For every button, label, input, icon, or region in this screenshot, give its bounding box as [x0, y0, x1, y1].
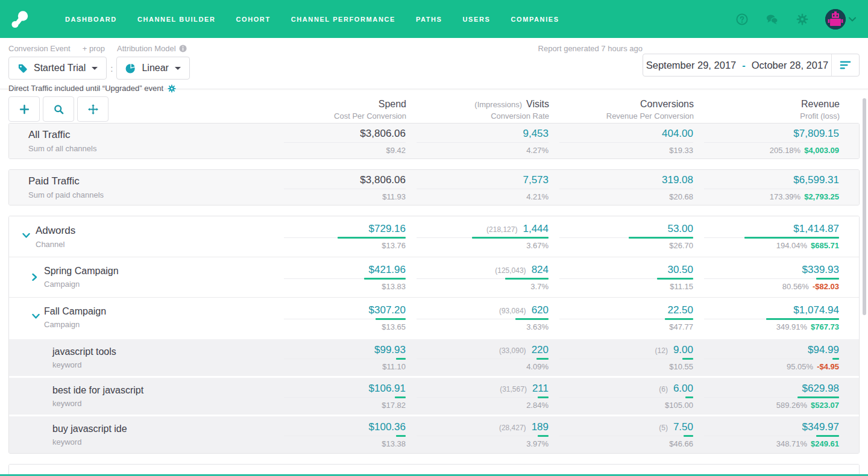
metric-value[interactable]: $99.93 [374, 344, 406, 356]
nav-item-cohort[interactable]: COHORT [236, 16, 270, 23]
add-button[interactable] [8, 96, 40, 122]
metric-value[interactable]: 7.50 [673, 421, 693, 433]
metric-value[interactable]: $94.99 [808, 344, 839, 356]
metric-value[interactable]: 211 [532, 383, 549, 395]
metric-value[interactable]: 404.00 [662, 128, 693, 140]
metric-pre-value: (33,090) [499, 346, 526, 355]
nav-item-companies[interactable]: COMPANIES [511, 16, 559, 23]
metric-value[interactable]: 1,444 [523, 223, 549, 235]
date-options-button[interactable] [831, 54, 859, 76]
nav-item-users[interactable]: USERS [463, 16, 491, 23]
table-row[interactable]: Paid TrafficSum of paid channels$3,806.0… [9, 170, 859, 205]
metric-bar [629, 237, 693, 239]
header-spend[interactable]: Spend Cost Per Conversion [274, 96, 406, 121]
metric-value[interactable]: 30.50 [667, 264, 693, 276]
metric-cell: 30.50$11.15 [549, 264, 693, 291]
nav-item-dashboard[interactable]: DASHBOARD [65, 16, 117, 23]
help-icon[interactable] [736, 13, 748, 25]
metric-bar-track [284, 435, 406, 437]
metric-bar-track [284, 237, 406, 239]
chevron-down-icon[interactable] [32, 314, 40, 322]
chevron-down-icon [849, 16, 856, 23]
metric-bar [665, 318, 693, 320]
table-row[interactable]: AdwordsChannel$729.16$13.76(218,127)1,44… [9, 216, 859, 257]
header-conversions[interactable]: Conversions Revenue Per Conversion [549, 96, 694, 121]
chat-icon[interactable] [766, 13, 778, 25]
metric-value[interactable]: $1,414.87 [793, 223, 839, 235]
avatar[interactable] [825, 9, 846, 30]
metric-sub-line: 205.18%$4,003.09 [704, 146, 839, 155]
metric-main-line: $339.93 [704, 264, 839, 276]
metric-value[interactable]: $729.16 [369, 223, 406, 235]
table-row[interactable]: Spring CampaignCampaign$421.96$13.83(125… [9, 257, 859, 297]
metric-value[interactable]: $629.98 [802, 383, 839, 395]
metric-value[interactable]: 220 [532, 344, 549, 356]
chevron-down-icon[interactable] [22, 233, 30, 240]
scrollbar-thumb[interactable] [863, 98, 866, 315]
metric-value[interactable]: 53.00 [667, 223, 693, 235]
gear-icon[interactable] [796, 13, 808, 25]
metric-bar [505, 278, 549, 280]
nav-item-channel-builder[interactable]: CHANNEL BUILDER [137, 16, 216, 23]
nav-item-paths[interactable]: PATHS [416, 16, 442, 23]
table-row[interactable]: best ide for javascriptkeyword$106.91$17… [9, 376, 859, 415]
metric-value[interactable]: 824 [532, 264, 549, 276]
metric-value[interactable]: $421.96 [369, 264, 406, 276]
metric-bar [744, 237, 839, 239]
date-start[interactable]: September 29, 2017 [646, 60, 737, 71]
table-row[interactable]: buy javascript idekeyword$100.36$13.38(2… [9, 415, 859, 453]
metric-value[interactable]: $106.91 [369, 383, 406, 395]
header-revenue[interactable]: Revenue Profit (loss) [694, 96, 840, 121]
metric-value[interactable]: $6,599.31 [793, 174, 839, 186]
chevron-right-icon[interactable] [32, 274, 40, 281]
add-prop-link[interactable]: + prop [83, 44, 105, 53]
conversion-event-dropdown[interactable]: Started Trial [8, 57, 107, 80]
metric-value[interactable]: 9,453 [523, 128, 549, 140]
metric-value[interactable]: 319.08 [662, 174, 693, 186]
metric-value[interactable]: 7,573 [523, 174, 549, 186]
date-end[interactable]: October 28, 2017 [752, 60, 829, 71]
metric-bar [682, 358, 693, 360]
metric-sub-value: $10.55 [669, 362, 693, 371]
metric-value[interactable]: $1,074.94 [793, 304, 839, 316]
metric-main-line: (12)9.00 [559, 344, 693, 356]
metric-value[interactable]: $100.36 [369, 421, 406, 433]
metric-value[interactable]: $7,809.15 [793, 128, 839, 140]
metric-cell: $3,806.06$9.42 [273, 128, 406, 155]
user-menu[interactable] [825, 9, 856, 30]
table-row[interactable]: All TrafficSum of all channels$3,806.06$… [9, 124, 859, 158]
metric-value[interactable]: $339.93 [802, 264, 839, 276]
table-row[interactable]: Fall CampaignCampaign$307.20$13.65(93,08… [9, 297, 859, 337]
metric-value[interactable]: $307.20 [369, 304, 406, 316]
search-button[interactable] [43, 96, 74, 122]
metric-sub-line: 95.05%-$4.95 [704, 362, 839, 371]
metric-bar-track [284, 188, 406, 190]
nav-item-channel-performance[interactable]: CHANNEL PERFORMANCE [291, 16, 395, 23]
row-name-cell: javascript toolskeyword [9, 339, 273, 376]
metric-sub-value: $20.68 [669, 192, 693, 201]
metric-cell: $94.9995.05%-$4.95 [693, 344, 839, 371]
nav-right-icons [718, 9, 856, 30]
table-row[interactable]: javascript toolskeyword$99.93$11.10(33,0… [9, 337, 859, 376]
note-settings-gear-icon[interactable] [168, 84, 176, 93]
metric-value[interactable]: $3,806.06 [360, 174, 406, 186]
metric-value[interactable]: 620 [532, 304, 549, 316]
move-button[interactable] [77, 96, 108, 122]
date-range-picker[interactable]: September 29, 2017 - October 28, 2017 [643, 54, 860, 77]
metric-value[interactable]: 6.00 [673, 383, 693, 395]
metric-value[interactable]: 9.00 [673, 344, 693, 356]
metric-sub-value: 80.56% [782, 282, 809, 291]
metric-cell: $6,599.31173.39%$2,793.25 [693, 174, 839, 201]
header-visits[interactable]: (Impressions)Visits Conversion Rate [406, 96, 549, 121]
info-icon[interactable] [179, 45, 187, 52]
metric-sub-line: 194.04%$685.71 [704, 241, 839, 250]
attribution-logo-icon[interactable] [11, 10, 29, 28]
row-type-label: keyword [52, 399, 143, 408]
attribution-model-dropdown[interactable]: Linear [116, 57, 189, 80]
metric-value[interactable]: 189 [532, 421, 549, 433]
metric-value[interactable]: 22.50 [667, 304, 693, 316]
metric-bar-track [704, 142, 839, 143]
metric-value[interactable]: $3,806.06 [360, 128, 406, 140]
metric-value[interactable]: $349.97 [802, 421, 839, 433]
pie-chart-icon [125, 63, 136, 74]
